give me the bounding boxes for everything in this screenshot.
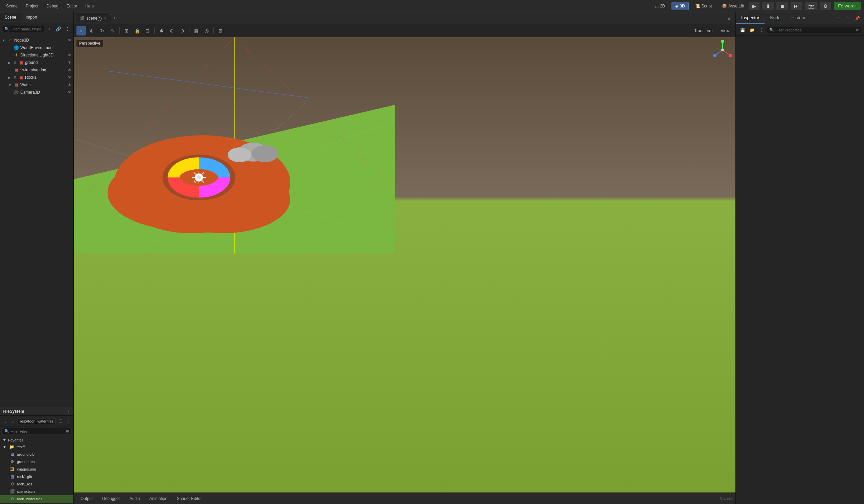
dirlight-visibility[interactable]: 👁 [68, 53, 71, 57]
tree-item-dirlight[interactable]: ☀ DirectionalLight3D 👁 [0, 51, 73, 59]
fs-back-button[interactable]: ‹ [2, 417, 9, 425]
ring-visibility[interactable]: 👁 [68, 68, 71, 72]
fs-item-images-png[interactable]: 🖼 images.png [0, 466, 73, 473]
menu-editor[interactable]: Editor [63, 2, 81, 10]
settings-button[interactable]: ⚙ [820, 2, 831, 10]
tool-extra6[interactable]: ⊠ [216, 26, 225, 36]
viewport-expand-btn[interactable]: ⊞ [724, 14, 733, 22]
tab-scene[interactable]: Scene [0, 13, 21, 22]
fs-item-res[interactable]: ▼ 📁 res:// [0, 443, 73, 451]
btm-tab-debugger[interactable]: Debugger [98, 494, 124, 503]
insp-save-btn[interactable]: 💾 [739, 26, 747, 34]
water-icon: ▦ [13, 82, 19, 88]
mode-2d[interactable]: ⬚ 2D [651, 2, 669, 10]
water-visibility[interactable]: 👁 [68, 83, 71, 87]
tree-item-ground[interactable]: ▶ ⊞ ▦ ground 👁 [0, 59, 73, 66]
insp-tab-history[interactable]: History [786, 13, 811, 24]
viewport-tab-scene[interactable]: 🎬 scene(*) ✕ [76, 14, 111, 22]
scene-background [74, 37, 735, 492]
insp-tab-inspector[interactable]: Inspector [736, 13, 765, 24]
step-button[interactable]: ⏭ [791, 2, 802, 10]
scene-link-button[interactable]: 🔗 [55, 25, 63, 33]
fs-item-toon-water[interactable]: ⚙ toon_water.tres [0, 495, 73, 503]
btm-tab-audio[interactable]: Audio [125, 494, 144, 503]
scene-add-button[interactable]: + [46, 25, 54, 33]
insp-filter-settings-icon[interactable]: ⚙ [855, 28, 859, 32]
filesystem-filter-input[interactable] [11, 429, 64, 433]
menu-scene[interactable]: Scene [3, 2, 21, 10]
vp-view-btn[interactable]: View [717, 27, 733, 35]
btm-tab-shader-editor[interactable]: Shader Editor [173, 494, 206, 503]
ground-visibility[interactable]: 👁 [68, 61, 71, 64]
insp-pin-btn[interactable]: 📌 [853, 14, 861, 22]
insp-menu-btn[interactable]: ⋮ [757, 26, 766, 34]
fs-path-cancel[interactable]: ☐ [57, 417, 63, 425]
tool-rotate[interactable]: ↻ [97, 26, 107, 36]
pause-button[interactable]: ⏸ [762, 2, 774, 10]
btm-tab-animation[interactable]: Animation [145, 494, 171, 503]
insp-forward-btn[interactable]: › [844, 14, 852, 22]
insp-folder-btn[interactable]: 📁 [748, 26, 756, 34]
tool-select[interactable]: ↖ [76, 26, 86, 36]
tool-group[interactable]: ⊟ [143, 26, 152, 36]
stop-button[interactable]: ⏹ [776, 2, 788, 10]
tool-sep2 [154, 27, 155, 34]
svg-point-33 [729, 54, 732, 57]
scene-menu-button[interactable]: ⋮ [63, 25, 71, 33]
menu-project[interactable]: Project [22, 2, 41, 10]
tool-move[interactable]: ⊕ [87, 26, 96, 36]
camera-button[interactable]: 📷 [805, 2, 817, 10]
insp-tab-node[interactable]: Node [765, 13, 786, 24]
tree-item-water[interactable]: ▼ ▦ Water 👁 [0, 81, 73, 88]
tool-extra2[interactable]: ⊕ [167, 26, 177, 36]
forward-button[interactable]: Forward+ [834, 2, 861, 10]
tool-snap[interactable]: ⊞ [122, 26, 131, 36]
menu-help[interactable]: Help [82, 2, 97, 10]
fs-item-scene-tscn[interactable]: 🎬 scene.tscn [0, 488, 73, 495]
rock1-visibility[interactable]: 👁 [68, 75, 71, 79]
fs-item-rock1-glb[interactable]: ▦ rock1.glb [0, 473, 73, 480]
version-label: 4.3.stable [717, 496, 733, 501]
axes-gizmo[interactable] [712, 40, 733, 60]
filesystem-header[interactable]: FileSystem ⋮ [0, 407, 73, 416]
menu-debug[interactable]: Debug [43, 2, 62, 10]
inspector-tabs: Inspector Node History ‹ › 📌 [736, 12, 864, 24]
tool-extra4[interactable]: ▦ [191, 26, 201, 36]
fs-item-rock1-res[interactable]: ⚙ rock1.res [0, 480, 73, 488]
fs-filter-settings-icon[interactable]: ⊞ [66, 429, 69, 433]
vp-tab-close[interactable]: ✕ [104, 16, 107, 20]
fs-item-ground-res[interactable]: ⚙ ground.res [0, 458, 73, 466]
fs-menu-button[interactable]: ⋮ [65, 417, 71, 425]
tree-item-swimming-ring[interactable]: ▦ swimming ring 👁 [0, 66, 73, 74]
btm-tab-output[interactable]: Output [76, 494, 97, 503]
node3d-visibility[interactable]: 👁 [68, 38, 71, 42]
viewport-canvas[interactable]: Perspective [74, 37, 735, 492]
inspector-filter-box[interactable]: 🔍 ⚙ [767, 27, 861, 33]
tool-extra1[interactable]: ✱ [157, 26, 166, 36]
tree-item-worldenv[interactable]: 🌐 WorldEnvironment [0, 44, 73, 51]
tool-extra5[interactable]: ◎ [202, 26, 212, 36]
mode-script[interactable]: 📜 Script [692, 2, 716, 10]
cam-visibility[interactable]: 👁 [68, 90, 71, 94]
fs-item-ground-glb[interactable]: ▦ ground.glb [0, 451, 73, 458]
tool-lock[interactable]: 🔒 [132, 26, 142, 36]
vp-tab-add[interactable]: + [111, 14, 118, 22]
mode-assetlib[interactable]: 📦 AssetLib [718, 2, 748, 10]
tree-item-rock1[interactable]: ▶ ⊞ ▦ Rock1 👁 [0, 74, 73, 81]
insp-back-btn[interactable]: ‹ [834, 14, 842, 22]
filter-input[interactable] [11, 27, 43, 31]
tool-extra3[interactable]: ⊙ [178, 26, 187, 36]
tree-item-node3d[interactable]: ▼ ○ Node3D 👁 [0, 37, 73, 44]
vp-transform-btn[interactable]: Transform [691, 27, 716, 35]
tab-import[interactable]: Import [21, 13, 42, 22]
inspector-filter-input[interactable] [775, 28, 854, 32]
tree-item-camera3d[interactable]: 🎥 Camera3D 👁 [0, 88, 73, 96]
filesystem-path[interactable]: res://toon_water.tres [17, 418, 56, 424]
filter-box[interactable]: 🔍 [2, 26, 45, 32]
tool-scale[interactable]: ⤡ [108, 26, 117, 36]
play-button[interactable]: ▶ [749, 2, 759, 10]
fs-forward-button[interactable]: › [10, 417, 16, 425]
filesystem-menu-icon[interactable]: ⋮ [67, 409, 71, 414]
mode-3d[interactable]: ◈ 3D [672, 2, 688, 10]
filesystem-filter-box[interactable]: 🔍 ⊞ [2, 428, 71, 434]
